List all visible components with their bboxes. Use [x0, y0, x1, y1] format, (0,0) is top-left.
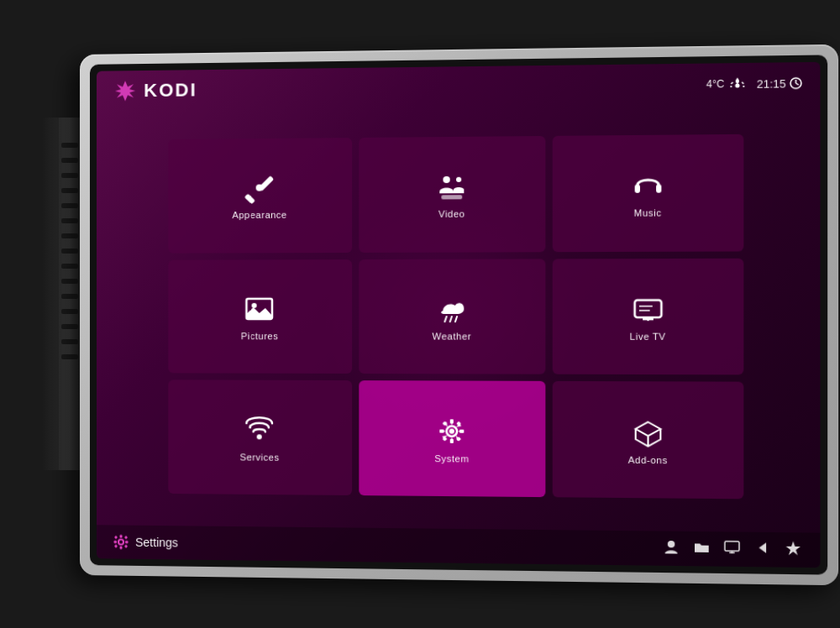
star-icon[interactable] [785, 539, 802, 560]
weather-icon [730, 76, 746, 92]
bottom-icons [662, 538, 802, 561]
svg-point-1 [736, 83, 740, 87]
svg-rect-18 [634, 300, 661, 317]
system-icon [434, 414, 470, 448]
svg-rect-27 [450, 438, 454, 442]
svg-rect-28 [439, 429, 444, 432]
addons-icon [630, 415, 665, 449]
bracket-slot [61, 188, 78, 193]
svg-point-8 [443, 176, 449, 183]
folder-icon[interactable] [693, 538, 711, 559]
system-label: System [434, 453, 469, 464]
svg-rect-37 [120, 547, 123, 550]
weather-tile-icon [434, 291, 470, 326]
pictures-label: Pictures [241, 331, 279, 341]
svg-rect-26 [450, 419, 454, 423]
svg-line-17 [455, 317, 457, 322]
svg-rect-36 [120, 535, 123, 538]
monitor-bezel: KODI 4°C 21:15 [90, 55, 827, 574]
svg-point-9 [456, 177, 461, 182]
bracket-slot [61, 279, 78, 284]
tile-video[interactable]: Video [359, 136, 546, 253]
tile-weather[interactable]: Weather [359, 259, 546, 374]
settings-gear-icon [113, 534, 129, 549]
svg-rect-41 [124, 545, 128, 548]
bracket-slot [61, 354, 78, 359]
appearance-icon [243, 171, 277, 206]
screen: KODI 4°C 21:15 [97, 62, 821, 568]
scene: KODI 4°C 21:15 [0, 0, 840, 628]
display-icon[interactable] [723, 539, 741, 560]
kodi-logo: KODI [113, 78, 197, 102]
tile-pictures[interactable]: Pictures [168, 259, 351, 374]
bracket-slot [61, 294, 78, 299]
svg-rect-10 [441, 196, 462, 200]
tile-services[interactable]: Services [168, 380, 351, 495]
svg-marker-0 [115, 81, 135, 101]
appearance-label: Appearance [232, 210, 286, 220]
livetv-label: Live TV [630, 332, 666, 342]
tile-system[interactable]: System [359, 380, 546, 497]
bracket-slot [61, 218, 78, 223]
svg-line-16 [450, 317, 452, 322]
time-display: 21:15 [757, 76, 802, 90]
profile-icon[interactable] [662, 538, 680, 559]
svg-rect-38 [114, 541, 118, 543]
tile-livetv[interactable]: Live TV [553, 258, 743, 374]
current-time: 21:15 [757, 76, 786, 90]
svg-rect-43 [124, 536, 128, 539]
svg-point-25 [449, 428, 454, 433]
music-label: Music [634, 208, 662, 219]
svg-point-35 [118, 540, 123, 545]
svg-rect-5 [244, 194, 255, 205]
bracket-slot [61, 233, 78, 238]
bottom-bar: Settings [97, 525, 821, 568]
kodi-icon [113, 79, 137, 102]
settings-button[interactable]: Settings [113, 534, 178, 550]
livetv-icon [630, 291, 665, 326]
svg-rect-42 [114, 544, 118, 547]
svg-point-7 [256, 185, 263, 191]
music-icon [630, 168, 665, 202]
bracket-slot [61, 324, 78, 329]
bracket-slot [61, 158, 78, 163]
bracket-slot [61, 203, 78, 208]
header-right: 4°C 21:15 [706, 76, 802, 92]
clock-icon [790, 77, 802, 90]
weather-label: Weather [433, 331, 472, 341]
weather-display: 4°C [706, 76, 746, 92]
tile-appearance[interactable]: Appearance [168, 138, 351, 253]
tile-music[interactable]: Music [553, 134, 743, 252]
tile-grid: Appearance [168, 134, 743, 499]
svg-line-15 [444, 317, 446, 322]
temperature: 4°C [706, 78, 724, 91]
svg-rect-12 [656, 185, 661, 193]
bracket-slot [61, 143, 78, 148]
bracket-slot [61, 264, 78, 269]
bracket-slot [61, 249, 78, 254]
bracket-slots [61, 143, 78, 359]
services-label: Services [240, 452, 280, 462]
svg-rect-11 [634, 185, 639, 193]
main-content: Appearance [97, 101, 821, 533]
bracket-slot [61, 339, 78, 344]
svg-rect-45 [725, 542, 739, 552]
video-label: Video [438, 209, 465, 219]
monitor-bracket [57, 118, 82, 470]
svg-point-44 [668, 541, 675, 547]
bracket-slot [61, 309, 78, 314]
svg-line-4 [795, 83, 798, 85]
svg-rect-29 [459, 429, 464, 432]
video-icon [434, 170, 470, 204]
svg-rect-40 [114, 536, 118, 539]
back-icon[interactable] [753, 539, 771, 560]
addons-label: Add-ons [628, 454, 668, 465]
tile-addons[interactable]: Add-ons [553, 381, 743, 499]
svg-marker-48 [786, 542, 801, 556]
svg-point-23 [257, 434, 262, 439]
services-icon [243, 413, 277, 447]
svg-point-14 [252, 303, 257, 308]
pictures-icon [243, 292, 277, 326]
bracket-slot [61, 173, 78, 178]
monitor: KODI 4°C 21:15 [80, 44, 838, 585]
